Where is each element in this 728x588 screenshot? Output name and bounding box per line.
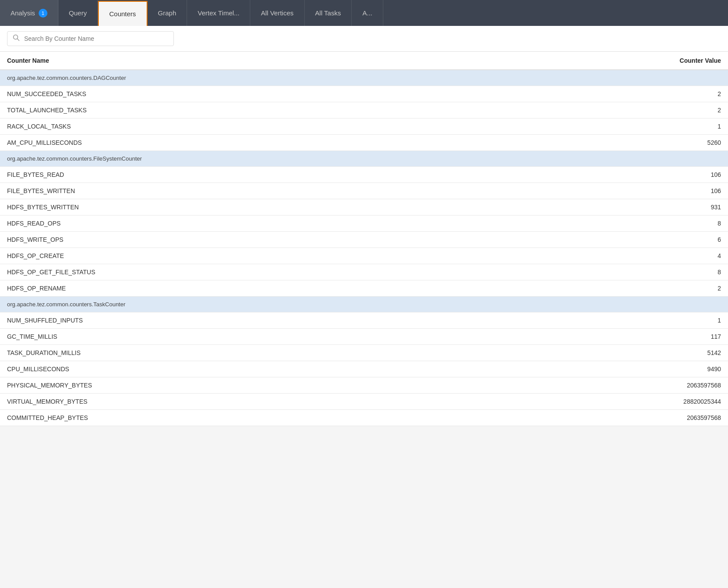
group-name-1: org.apache.tez.common.counters.FileSyste… <box>0 151 728 167</box>
counter-name-cell: HDFS_READ_OPS <box>0 215 472 232</box>
search-input[interactable] <box>24 35 168 42</box>
tab-graph[interactable]: Graph <box>148 0 187 26</box>
table-row: HDFS_OP_GET_FILE_STATUS8 <box>0 264 728 280</box>
counter-name-cell: VIRTUAL_MEMORY_BYTES <box>0 394 472 410</box>
counter-value-cell: 2 <box>472 102 728 118</box>
search-container <box>7 31 174 46</box>
tab-vertex-timeline[interactable]: Vertex Timel... <box>187 0 250 26</box>
tab-analysis[interactable]: Analysis1 <box>0 0 58 26</box>
table-row: NUM_SHUFFLED_INPUTS1 <box>0 312 728 329</box>
tab-label-more: A... <box>362 9 372 17</box>
search-bar <box>0 26 728 52</box>
table-row: VIRTUAL_MEMORY_BYTES28820025344 <box>0 394 728 410</box>
counter-name-cell: AM_CPU_MILLISECONDS <box>0 135 472 151</box>
table-row: HDFS_WRITE_OPS6 <box>0 232 728 248</box>
col-counter-value: Counter Value <box>472 52 728 70</box>
table-row: TASK_DURATION_MILLIS5142 <box>0 345 728 361</box>
tab-label-all-vertices: All Vertices <box>261 9 293 17</box>
tab-label-query: Query <box>69 9 87 17</box>
table-row: GC_TIME_MILLIS117 <box>0 329 728 345</box>
col-counter-name: Counter Name <box>0 52 472 70</box>
tab-all-tasks[interactable]: All Tasks <box>305 0 352 26</box>
svg-line-1 <box>18 39 19 41</box>
counter-value-cell: 1 <box>472 118 728 135</box>
group-name-2: org.apache.tez.common.counters.TaskCount… <box>0 297 728 312</box>
table-row: COMMITTED_HEAP_BYTES2063597568 <box>0 410 728 426</box>
tab-label-vertex-timeline: Vertex Timel... <box>198 9 239 17</box>
table-row: NUM_SUCCEEDED_TASKS2 <box>0 86 728 102</box>
tab-all-vertices[interactable]: All Vertices <box>250 0 304 26</box>
counter-name-cell: HDFS_WRITE_OPS <box>0 232 472 248</box>
table-row: HDFS_OP_RENAME2 <box>0 280 728 297</box>
tab-bar: Analysis1QueryCountersGraphVertex Timel.… <box>0 0 728 26</box>
table-row: HDFS_READ_OPS8 <box>0 215 728 232</box>
counter-value-cell: 1 <box>472 312 728 329</box>
counter-value-cell: 2063597568 <box>472 410 728 426</box>
counters-table-container: Counter Name Counter Value org.apache.te… <box>0 52 728 426</box>
counter-value-cell: 2 <box>472 280 728 297</box>
tab-badge-analysis: 1 <box>39 9 47 18</box>
table-row: HDFS_BYTES_WRITTEN931 <box>0 199 728 215</box>
counter-value-cell: 28820025344 <box>472 394 728 410</box>
table-body: org.apache.tez.common.counters.DAGCounte… <box>0 70 728 426</box>
counters-table: Counter Name Counter Value org.apache.te… <box>0 52 728 426</box>
counter-value-cell: 931 <box>472 199 728 215</box>
counter-value-cell: 5260 <box>472 135 728 151</box>
group-header-1: org.apache.tez.common.counters.FileSyste… <box>0 151 728 167</box>
counter-value-cell: 106 <box>472 183 728 199</box>
tab-query[interactable]: Query <box>58 0 98 26</box>
counter-name-cell: FILE_BYTES_READ <box>0 167 472 183</box>
counter-value-cell: 2 <box>472 86 728 102</box>
counter-name-cell: COMMITTED_HEAP_BYTES <box>0 410 472 426</box>
counter-name-cell: PHYSICAL_MEMORY_BYTES <box>0 377 472 394</box>
tab-label-counters: Counters <box>109 10 136 18</box>
counter-value-cell: 106 <box>472 167 728 183</box>
counter-name-cell: NUM_SUCCEEDED_TASKS <box>0 86 472 102</box>
tab-more[interactable]: A... <box>352 0 383 26</box>
group-header-0: org.apache.tez.common.counters.DAGCounte… <box>0 70 728 86</box>
table-row: TOTAL_LAUNCHED_TASKS2 <box>0 102 728 118</box>
counter-name-cell: TASK_DURATION_MILLIS <box>0 345 472 361</box>
table-row: AM_CPU_MILLISECONDS5260 <box>0 135 728 151</box>
counter-value-cell: 8 <box>472 264 728 280</box>
table-row: CPU_MILLISECONDS9490 <box>0 361 728 377</box>
tab-label-analysis: Analysis <box>11 9 35 17</box>
tab-label-all-tasks: All Tasks <box>315 9 341 17</box>
counter-name-cell: HDFS_OP_RENAME <box>0 280 472 297</box>
table-row: FILE_BYTES_READ106 <box>0 167 728 183</box>
counter-name-cell: HDFS_OP_GET_FILE_STATUS <box>0 264 472 280</box>
tab-label-graph: Graph <box>158 9 177 17</box>
counter-value-cell: 6 <box>472 232 728 248</box>
counter-name-cell: HDFS_BYTES_WRITTEN <box>0 199 472 215</box>
counter-value-cell: 117 <box>472 329 728 345</box>
table-row: HDFS_OP_CREATE4 <box>0 248 728 264</box>
table-header: Counter Name Counter Value <box>0 52 728 70</box>
counter-value-cell: 9490 <box>472 361 728 377</box>
group-header-2: org.apache.tez.common.counters.TaskCount… <box>0 297 728 312</box>
group-name-0: org.apache.tez.common.counters.DAGCounte… <box>0 70 728 86</box>
counter-value-cell: 5142 <box>472 345 728 361</box>
counter-name-cell: HDFS_OP_CREATE <box>0 248 472 264</box>
table-row: PHYSICAL_MEMORY_BYTES2063597568 <box>0 377 728 394</box>
tab-counters[interactable]: Counters <box>98 1 148 26</box>
counter-name-cell: TOTAL_LAUNCHED_TASKS <box>0 102 472 118</box>
counter-name-cell: FILE_BYTES_WRITTEN <box>0 183 472 199</box>
search-icon <box>13 34 20 43</box>
counter-value-cell: 4 <box>472 248 728 264</box>
table-row: FILE_BYTES_WRITTEN106 <box>0 183 728 199</box>
table-row: RACK_LOCAL_TASKS1 <box>0 118 728 135</box>
counter-name-cell: CPU_MILLISECONDS <box>0 361 472 377</box>
counter-name-cell: RACK_LOCAL_TASKS <box>0 118 472 135</box>
counter-value-cell: 2063597568 <box>472 377 728 394</box>
counter-name-cell: GC_TIME_MILLIS <box>0 329 472 345</box>
counter-value-cell: 8 <box>472 215 728 232</box>
counter-name-cell: NUM_SHUFFLED_INPUTS <box>0 312 472 329</box>
